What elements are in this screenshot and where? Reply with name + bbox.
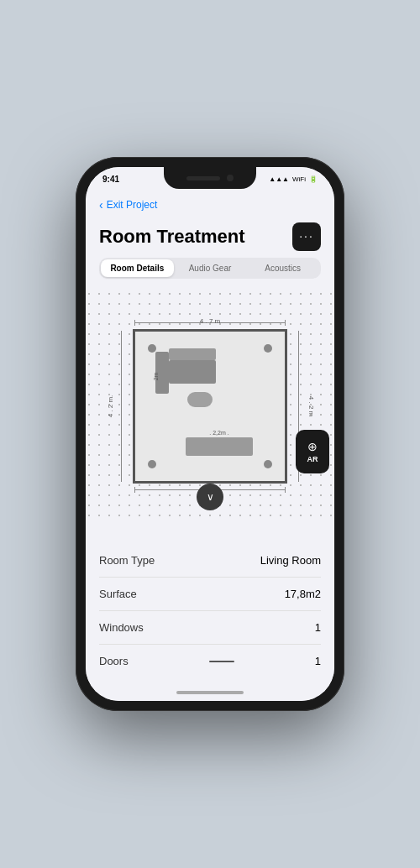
home-indicator [86,684,334,701]
surface-value: 17,8m2 [285,588,321,600]
windows-value: 1 [315,621,321,634]
header: Room Treatment ··· [86,219,334,258]
surface-label: Surface [99,588,137,600]
scroll-down-button[interactable]: ∨ [197,484,223,510]
back-chevron-icon: ‹ [99,198,103,212]
corner-dot-br [264,460,272,468]
signal-icon: ▲▲▲ [269,175,289,183]
battery-icon: 🔋 [309,175,318,183]
tabs-container: Room Details Audio Gear Acoustics [99,258,321,279]
dim-2m-label: 2m [153,373,159,381]
furniture-sofa-back [169,348,216,360]
tabs-bar: Room Details Audio Gear Acoustics [86,258,334,285]
tab-room-details[interactable]: Room Details [101,259,174,277]
more-button[interactable]: ··· [292,222,321,251]
status-icons: ▲▲▲ WiFi 🔋 [269,175,318,183]
windows-label: Windows [99,621,144,634]
ar-label: AR [307,455,318,463]
ar-button[interactable]: ⊕ AR [296,430,329,473]
furniture-bench [186,437,253,456]
info-row-doors: Doors 1 [99,645,321,677]
room-type-label: Room Type [99,554,155,567]
furniture-table [187,392,213,407]
phone-frame: 9:41 ▲▲▲ WiFi 🔋 ‹ Exit Project Room Trea… [76,157,344,711]
doors-dash [209,661,234,662]
doors-value: 1 [315,655,321,667]
home-bar [176,691,244,694]
phone-screen: 9:41 ▲▲▲ WiFi 🔋 ‹ Exit Project Room Trea… [86,167,334,701]
dim-top-label: 4 . 7 m [200,317,220,325]
tab-audio-gear[interactable]: Audio Gear [174,259,247,277]
back-button[interactable]: ‹ Exit Project [99,198,157,212]
info-row-room-type: Room Type Living Room [99,544,321,578]
room-type-value: Living Room [260,554,321,567]
room-diagram-area: 4 . 7 m 4 . 7 . m 4 . 2 m. 4 . 2 m [86,285,334,527]
dim-left-label: 4 . 2 m. [107,395,114,418]
ar-crosshair-icon: ⊕ [307,440,318,453]
tab-acoustics[interactable]: Acoustics [246,259,319,277]
status-time: 9:41 [102,175,119,184]
page-title: Room Treatment [99,226,245,248]
info-row-surface: Surface 17,8m2 [99,578,321,611]
info-row-windows: Windows 1 [99,611,321,645]
diagram-canvas: 4 . 7 m 4 . 7 . m 4 . 2 m. 4 . 2 m [118,314,302,499]
info-section: Room Type Living Room Surface 17,8m2 Win… [86,527,334,684]
back-label: Exit Project [107,199,158,211]
more-dots-icon: ··· [299,229,314,244]
dim-22m-label: . 2,2m . [186,430,253,436]
corner-dot-tr [264,344,272,353]
chevron-down-icon: ∨ [207,491,214,503]
room-outline: 2m . 2,2m . [133,329,287,484]
corner-dot-bl [148,460,156,468]
notch-camera [227,175,234,181]
wifi-icon: WiFi [292,175,306,183]
nav-bar: ‹ Exit Project [86,191,334,219]
furniture-sofa-seat [169,360,216,384]
notch-speaker [186,176,220,180]
dim-vline-left [121,331,122,482]
dim-right-label: 4 . 2 m [307,396,314,416]
doors-label: Doors [99,655,129,667]
corner-dot-tl [148,344,156,353]
phone-notch [164,167,256,189]
